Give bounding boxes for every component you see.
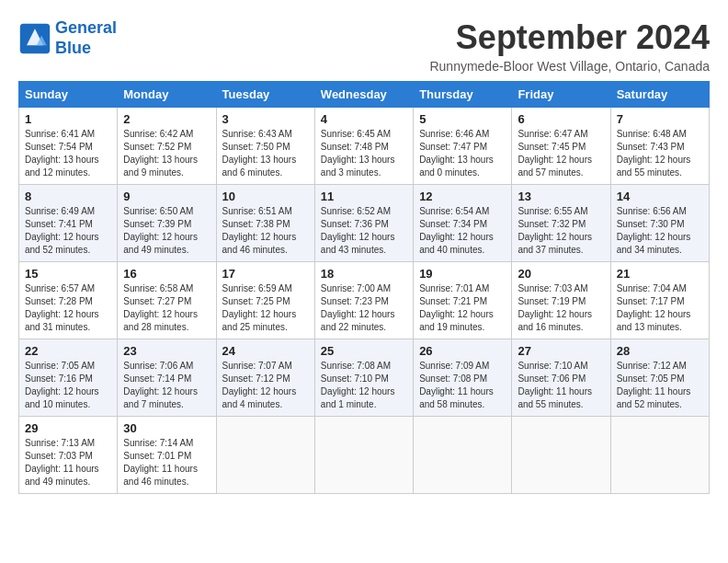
logo: General Blue (18, 18, 117, 58)
calendar-cell: 22Sunrise: 7:05 AM Sunset: 7:16 PM Dayli… (19, 339, 118, 417)
day-number: 13 (518, 190, 604, 203)
calendar-cell: 27Sunrise: 7:10 AM Sunset: 7:06 PM Dayli… (512, 339, 610, 417)
day-info: Sunrise: 7:04 AM Sunset: 7:17 PM Dayligh… (617, 282, 703, 334)
calendar-cell: 11Sunrise: 6:52 AM Sunset: 7:36 PM Dayli… (314, 185, 413, 262)
calendar-cell: 28Sunrise: 7:12 AM Sunset: 7:05 PM Dayli… (610, 339, 709, 417)
weekday-header-monday: Monday (118, 82, 216, 108)
day-number: 3 (222, 112, 309, 126)
calendar-cell: 14Sunrise: 6:56 AM Sunset: 7:30 PM Dayli… (610, 185, 709, 262)
weekday-header-tuesday: Tuesday (216, 82, 314, 108)
day-info: Sunrise: 6:59 AM Sunset: 7:25 PM Dayligh… (222, 282, 309, 334)
day-number: 26 (419, 344, 506, 358)
day-number: 25 (321, 344, 407, 358)
day-info: Sunrise: 7:01 AM Sunset: 7:21 PM Dayligh… (419, 282, 506, 334)
calendar-cell: 15Sunrise: 6:57 AM Sunset: 7:28 PM Dayli… (19, 262, 118, 339)
day-number: 24 (222, 344, 309, 358)
day-info: Sunrise: 7:08 AM Sunset: 7:10 PM Dayligh… (321, 360, 407, 411)
weekday-header-thursday: Thursday (414, 82, 512, 108)
day-info: Sunrise: 7:12 AM Sunset: 7:05 PM Dayligh… (617, 360, 703, 411)
day-info: Sunrise: 7:07 AM Sunset: 7:12 PM Dayligh… (222, 360, 309, 411)
day-number: 1 (25, 112, 111, 126)
day-info: Sunrise: 7:06 AM Sunset: 7:14 PM Dayligh… (123, 360, 210, 411)
calendar-cell: 23Sunrise: 7:06 AM Sunset: 7:14 PM Dayli… (118, 339, 216, 417)
day-number: 30 (123, 421, 210, 435)
day-info: Sunrise: 6:52 AM Sunset: 7:36 PM Dayligh… (321, 205, 407, 257)
calendar-cell: 20Sunrise: 7:03 AM Sunset: 7:19 PM Dayli… (512, 262, 610, 339)
calendar-cell: 10Sunrise: 6:51 AM Sunset: 7:38 PM Dayli… (216, 185, 314, 262)
weekday-header-row: SundayMondayTuesdayWednesdayThursdayFrid… (19, 82, 710, 108)
calendar-cell: 24Sunrise: 7:07 AM Sunset: 7:12 PM Dayli… (216, 339, 314, 417)
day-number: 10 (222, 190, 309, 203)
day-number: 23 (123, 344, 210, 358)
day-info: Sunrise: 6:56 AM Sunset: 7:30 PM Dayligh… (617, 205, 703, 257)
day-info: Sunrise: 6:48 AM Sunset: 7:43 PM Dayligh… (617, 128, 703, 179)
calendar-cell: 5Sunrise: 6:46 AM Sunset: 7:47 PM Daylig… (414, 108, 512, 185)
calendar-cell: 2Sunrise: 6:42 AM Sunset: 7:52 PM Daylig… (118, 108, 216, 185)
day-info: Sunrise: 6:55 AM Sunset: 7:32 PM Dayligh… (518, 205, 604, 257)
calendar-cell: 30Sunrise: 7:14 AM Sunset: 7:01 PM Dayli… (118, 417, 216, 494)
day-number: 27 (518, 344, 604, 358)
calendar-cell: 4Sunrise: 6:45 AM Sunset: 7:48 PM Daylig… (314, 108, 413, 185)
calendar-week-row: 8Sunrise: 6:49 AM Sunset: 7:41 PM Daylig… (19, 185, 710, 262)
day-info: Sunrise: 6:54 AM Sunset: 7:34 PM Dayligh… (419, 205, 506, 257)
logo-line1: General (55, 18, 117, 37)
day-info: Sunrise: 6:43 AM Sunset: 7:50 PM Dayligh… (222, 128, 309, 179)
day-number: 6 (518, 112, 604, 126)
day-info: Sunrise: 7:09 AM Sunset: 7:08 PM Dayligh… (419, 360, 506, 411)
day-number: 9 (123, 190, 210, 203)
day-number: 2 (123, 112, 210, 126)
day-info: Sunrise: 6:49 AM Sunset: 7:41 PM Dayligh… (25, 205, 111, 257)
day-number: 21 (617, 267, 703, 281)
day-number: 5 (419, 112, 506, 126)
weekday-header-saturday: Saturday (610, 82, 709, 108)
calendar-week-row: 29Sunrise: 7:13 AM Sunset: 7:03 PM Dayli… (19, 417, 710, 494)
day-info: Sunrise: 6:46 AM Sunset: 7:47 PM Dayligh… (419, 128, 506, 179)
calendar-cell: 13Sunrise: 6:55 AM Sunset: 7:32 PM Dayli… (512, 185, 610, 262)
weekday-header-friday: Friday (512, 82, 610, 108)
calendar-week-row: 22Sunrise: 7:05 AM Sunset: 7:16 PM Dayli… (19, 339, 710, 417)
day-info: Sunrise: 7:03 AM Sunset: 7:19 PM Dayligh… (518, 282, 604, 334)
day-number: 17 (222, 267, 309, 281)
calendar-cell: 16Sunrise: 6:58 AM Sunset: 7:27 PM Dayli… (118, 262, 216, 339)
day-number: 29 (25, 421, 111, 435)
day-number: 14 (617, 190, 703, 203)
calendar-cell: 12Sunrise: 6:54 AM Sunset: 7:34 PM Dayli… (414, 185, 512, 262)
calendar-cell: 6Sunrise: 6:47 AM Sunset: 7:45 PM Daylig… (512, 108, 610, 185)
weekday-header-sunday: Sunday (19, 82, 118, 108)
title-block: September 2024 Runnymede-Bloor West Vill… (429, 18, 710, 74)
day-number: 22 (25, 344, 111, 358)
day-number: 19 (419, 267, 506, 281)
day-number: 4 (321, 112, 407, 126)
month-title: September 2024 (429, 18, 710, 57)
calendar-cell: 1Sunrise: 6:41 AM Sunset: 7:54 PM Daylig… (19, 108, 118, 185)
day-info: Sunrise: 6:42 AM Sunset: 7:52 PM Dayligh… (123, 128, 210, 179)
logo-line2: Blue (55, 39, 91, 57)
day-info: Sunrise: 7:05 AM Sunset: 7:16 PM Dayligh… (25, 360, 111, 411)
day-info: Sunrise: 6:58 AM Sunset: 7:27 PM Dayligh… (123, 282, 210, 334)
calendar-cell (216, 417, 314, 494)
calendar-cell: 25Sunrise: 7:08 AM Sunset: 7:10 PM Dayli… (314, 339, 413, 417)
day-number: 7 (617, 112, 703, 126)
calendar-cell: 26Sunrise: 7:09 AM Sunset: 7:08 PM Dayli… (414, 339, 512, 417)
calendar-cell: 9Sunrise: 6:50 AM Sunset: 7:39 PM Daylig… (118, 185, 216, 262)
calendar-cell: 17Sunrise: 6:59 AM Sunset: 7:25 PM Dayli… (216, 262, 314, 339)
calendar-cell (314, 417, 413, 494)
day-info: Sunrise: 7:10 AM Sunset: 7:06 PM Dayligh… (518, 360, 604, 411)
day-number: 20 (518, 267, 604, 281)
calendar-cell: 18Sunrise: 7:00 AM Sunset: 7:23 PM Dayli… (314, 262, 413, 339)
day-info: Sunrise: 7:00 AM Sunset: 7:23 PM Dayligh… (321, 282, 407, 334)
calendar-week-row: 1Sunrise: 6:41 AM Sunset: 7:54 PM Daylig… (19, 108, 710, 185)
day-number: 15 (25, 267, 111, 281)
weekday-header-wednesday: Wednesday (314, 82, 413, 108)
calendar-cell: 19Sunrise: 7:01 AM Sunset: 7:21 PM Dayli… (414, 262, 512, 339)
day-number: 18 (321, 267, 407, 281)
calendar-cell (512, 417, 610, 494)
calendar-cell (610, 417, 709, 494)
day-info: Sunrise: 6:47 AM Sunset: 7:45 PM Dayligh… (518, 128, 604, 179)
day-info: Sunrise: 6:57 AM Sunset: 7:28 PM Dayligh… (25, 282, 111, 334)
day-number: 8 (25, 190, 111, 203)
day-info: Sunrise: 6:41 AM Sunset: 7:54 PM Dayligh… (25, 128, 111, 179)
calendar-cell: 7Sunrise: 6:48 AM Sunset: 7:43 PM Daylig… (610, 108, 709, 185)
day-info: Sunrise: 6:51 AM Sunset: 7:38 PM Dayligh… (222, 205, 309, 257)
day-number: 12 (419, 190, 506, 203)
